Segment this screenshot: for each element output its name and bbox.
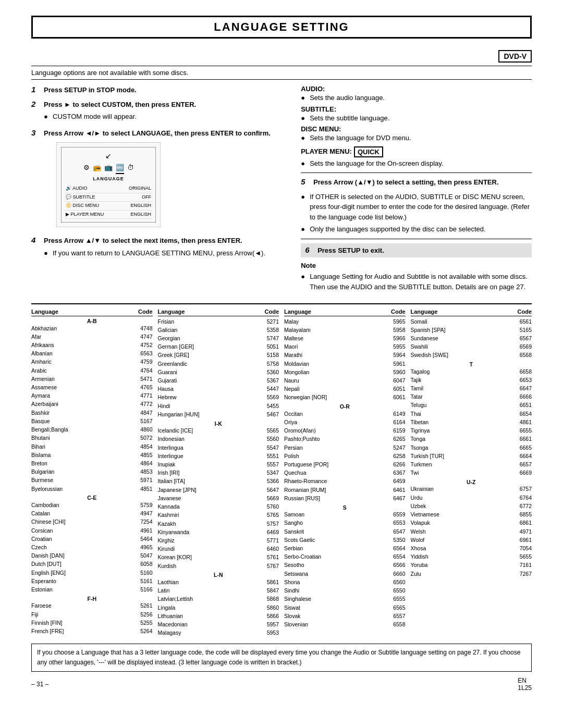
lang-row-indonesian: Indonesian5560 xyxy=(158,435,279,443)
lang-row-persian: Persian5247 xyxy=(284,443,406,452)
dvd-badge-container: DVD-V xyxy=(31,50,532,63)
bullet-other-text: If OTHER is selected on the AUDIO, SUBTI… xyxy=(310,192,532,223)
lang-row-sesotho: Sesotho6566 xyxy=(284,561,406,570)
step-4-text: Press Arrow ▲/▼ to select the next items… xyxy=(44,236,265,260)
language-table-section: Language Code A-B Abkhazian4748 Afar4747… xyxy=(31,303,532,637)
step-1-num: 1 xyxy=(31,85,40,94)
lang-row-pashto: Pashto;Pushto6265 xyxy=(284,435,406,443)
lang-row-tajik: Tajik6653 xyxy=(411,376,532,384)
step-5: 5 Press Arrow (▲/▼) to select a setting,… xyxy=(301,177,532,188)
lang-row-rhaeto: Rhaeto-Romance6459 xyxy=(284,477,406,486)
lang-row-serbo-croatian: Serbo-Croatian6554 xyxy=(284,553,406,561)
lang-row-tonga: Tonga6661 xyxy=(411,435,532,443)
page-title: LANGUAGE SETTING xyxy=(31,16,532,39)
lang-row-estonian: Estonian5166 xyxy=(31,586,153,594)
note-section: Note ● Language Setting for Audio and Su… xyxy=(301,262,532,292)
audio-desc: Sets the audio language. xyxy=(310,93,385,103)
player-menu-title: PLAYER MENU: xyxy=(301,147,352,155)
lang-row-cambodian: Cambodian5759 xyxy=(31,501,153,509)
note-text: Language Setting for Audio and Subtitle … xyxy=(310,272,532,292)
diagram-row-4: ▶ PLAYER MENU ENGLISH xyxy=(65,211,152,219)
lang-row-ukrainian: Ukrainian6757 xyxy=(411,485,532,493)
lang-row-armenian: Armenian5471 xyxy=(31,375,153,383)
lang-col-3: Language Code Malay5965 Malayalam5958 Ma… xyxy=(284,309,406,637)
lang-row-yiddish: Yiddish5655 xyxy=(411,553,532,561)
footer-lang: EN xyxy=(518,677,527,684)
lang-row-slovenian: Slovenian6558 xyxy=(284,620,406,628)
lang-row-tagalog: Tagalog6658 xyxy=(411,367,532,376)
bullet-dot-audio: ● xyxy=(301,93,307,103)
lang-row-moldavian: Moldavian5961 xyxy=(284,360,406,368)
lang-row-sundanese: Sundanese6567 xyxy=(411,334,532,342)
lang-row-uzbek: Uzbek6772 xyxy=(411,502,532,510)
lang-section-t: T xyxy=(411,361,532,367)
lang-row-bashkir: Bashkir4847 xyxy=(31,409,153,417)
lang-row-lingala: Lingala5860 xyxy=(158,603,279,612)
step-6-text: Press SETUP to exit. xyxy=(317,245,384,256)
step-6: 6 Press SETUP to exit. xyxy=(301,243,532,258)
lang-row-bengali: Bengali;Bangla4860 xyxy=(31,426,153,434)
bullet-only: ● Only the languages supported by the di… xyxy=(301,224,532,235)
quick-box: QUICK xyxy=(354,146,383,157)
lang-row-turkmen: Turkmen6657 xyxy=(411,461,532,469)
diagram-row-4-val: ENGLISH xyxy=(130,211,151,218)
lang-col-3-header: Language Code xyxy=(284,309,406,316)
footer-right: EN 1L25 xyxy=(518,677,532,692)
lang-row-japanese: Japanese [JPN]5647 xyxy=(158,486,279,494)
lang-row-urdu: Urdu6764 xyxy=(411,493,532,502)
lang-row-quechua: Quechua6367 xyxy=(284,469,406,477)
lang-row-maori: Maori5955 xyxy=(284,343,406,351)
lang-row-afar: Afar4747 xyxy=(31,332,153,341)
lang-col-4-header-lang: Language xyxy=(411,309,438,315)
bullet-custom-text: CUSTOM mode will appear. xyxy=(53,112,137,122)
lang-row-frisian: Frisian5271 xyxy=(158,317,279,326)
right-column: AUDIO: ● Sets the audio language. SUBTIT… xyxy=(301,85,532,294)
lang-row-aymara: Aymara4771 xyxy=(31,392,153,400)
step-1: 1 Press SETUP in STOP mode. xyxy=(31,85,285,95)
step-2: 2 Press ► to select CUSTOM, then press E… xyxy=(31,100,285,124)
step-3-text: Press Arrow ◄/► to select LANGUAGE, then… xyxy=(44,128,271,232)
lang-row-tigrinya: Tigrinya6655 xyxy=(411,427,532,435)
lang-row-oromo: Oromo(Afan)6159 xyxy=(284,427,406,435)
disc-menu-section: DISC MENU: ● Sets the language for DVD m… xyxy=(301,125,532,143)
lang-row-assamese: Assamese4765 xyxy=(31,384,153,392)
lang-row-samoan: Samoan6559 xyxy=(284,511,406,519)
lang-row-kashmiri: Kashmiri5765 xyxy=(158,511,279,520)
diagram-label: LANGUAGE xyxy=(93,176,124,183)
diagram-icon-3: 📺 xyxy=(104,163,113,174)
lang-row-french: French [FRE]5264 xyxy=(31,627,153,635)
diagram-icon-2: 📻 xyxy=(93,163,101,174)
lang-row-somali: Somali6561 xyxy=(411,317,532,326)
lang-section-ln: L-N xyxy=(158,572,279,578)
lang-row-chinese: Chinese [CHI]7254 xyxy=(31,518,153,526)
lang-col-3-header-lang: Language xyxy=(284,309,311,315)
lang-row-latvian: Latvian;Lettish5868 xyxy=(158,595,279,603)
lang-col-4-header-code: Code xyxy=(518,309,532,315)
lang-row-telugu: Telugu6651 xyxy=(411,401,532,410)
lang-row-amharic: Amharic4759 xyxy=(31,358,153,366)
lang-row-javanese: Javanese5669 xyxy=(158,494,279,502)
diagram-row-4-label: ▶ PLAYER MENU xyxy=(66,211,104,218)
bullet-only-text: Only the languages supported by the disc… xyxy=(310,224,486,235)
lang-section-uz: U-Z xyxy=(411,479,532,485)
lang-row-tsonga: Tsonga6665 xyxy=(411,443,532,452)
lang-row-fiji: Fiji5256 xyxy=(31,610,153,619)
lang-col-4: Language Code Somali6561 Spanish [SPA]51… xyxy=(411,309,532,637)
step-3: 3 Press Arrow ◄/► to select LANGUAGE, th… xyxy=(31,128,285,232)
lang-row-siswat: Siswat6565 xyxy=(284,603,406,612)
lang-row-bhutani: Bhutani5072 xyxy=(31,434,153,442)
lang-row-bulgarian: Bulgarian4853 xyxy=(31,468,153,476)
lang-row-inupiak: Inupiak5557 xyxy=(158,461,279,469)
lang-row-azerbaijani: Azerbaijani4772 xyxy=(31,400,153,409)
lang-row-macedonian: Macedonian5957 xyxy=(158,620,279,628)
lang-row-kirghiz: Kirghiz5771 xyxy=(158,536,279,545)
lang-row-kurdish: Kurdish5767 xyxy=(158,562,279,570)
lang-section-or: O-R xyxy=(284,403,406,410)
diagram-icon-5: ⏱ xyxy=(127,163,134,174)
lang-section-ce: C-E xyxy=(31,495,153,501)
lang-row-tatar: Tatar6666 xyxy=(411,393,532,401)
lang-col-1-header: Language Code xyxy=(31,309,153,316)
lang-row-kinyarwanda: Kinyarwanda6469 xyxy=(158,528,279,536)
lang-row-interlingua: Interlingua5547 xyxy=(158,443,279,452)
bullet-dot-only: ● xyxy=(301,224,307,235)
